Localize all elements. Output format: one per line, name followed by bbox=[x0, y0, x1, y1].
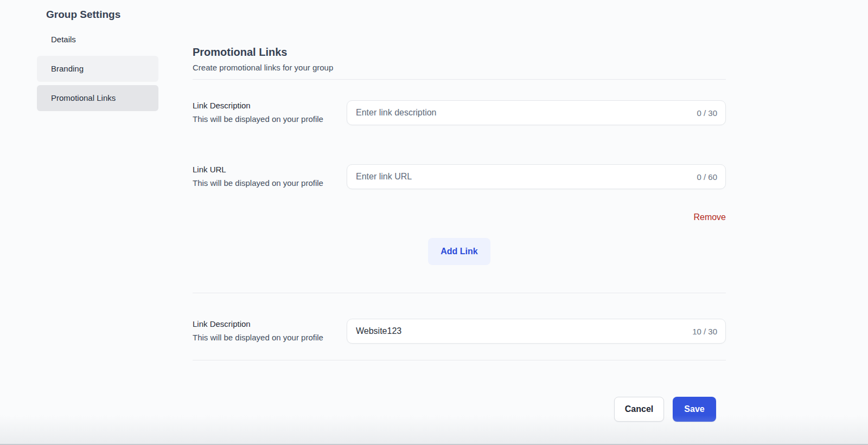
link-description-row: Link Description This will be displayed … bbox=[193, 100, 726, 125]
form-actions: Cancel Save bbox=[193, 397, 726, 422]
cancel-button[interactable]: Cancel bbox=[614, 397, 664, 422]
sidebar-nav: Details Branding Promotional Links bbox=[37, 27, 158, 111]
mid-divider bbox=[193, 293, 726, 293]
sidebar-title: Group Settings bbox=[37, 8, 158, 21]
link-description-2-help: This will be displayed on your profile bbox=[193, 333, 347, 342]
add-link-button[interactable]: Add Link bbox=[428, 238, 490, 265]
section-heading: Promotional Links bbox=[193, 46, 726, 58]
link-url-row: Link URL This will be displayed on your … bbox=[193, 164, 726, 189]
link-description-input[interactable] bbox=[347, 100, 726, 125]
section-subheading: Create promotional links for your group bbox=[193, 63, 726, 72]
link-description-help: This will be displayed on your profile bbox=[193, 114, 347, 124]
header-divider bbox=[193, 79, 726, 80]
link-url-input-wrap: 0 / 60 bbox=[347, 164, 726, 189]
link-description-2-input-wrap: 10 / 30 bbox=[347, 319, 726, 344]
link-description-2-row: Link Description This will be displayed … bbox=[193, 319, 726, 344]
link-url-label-group: Link URL This will be displayed on your … bbox=[193, 164, 347, 188]
link-url-input[interactable] bbox=[347, 164, 726, 189]
remove-row: Remove bbox=[193, 212, 726, 222]
remove-link-button[interactable]: Remove bbox=[693, 212, 726, 222]
sidebar: Group Settings Details Branding Promotio… bbox=[37, 8, 158, 114]
main-content: Promotional Links Create promotional lin… bbox=[193, 46, 726, 422]
link-description-2-label: Link Description bbox=[193, 319, 347, 328]
link-url-help: This will be displayed on your profile bbox=[193, 178, 347, 188]
bottom-divider bbox=[193, 360, 726, 360]
link-description-2-input[interactable] bbox=[347, 319, 726, 344]
link-description-input-wrap: 0 / 30 bbox=[347, 100, 726, 125]
add-link-row: Add Link bbox=[193, 238, 726, 265]
link-description-2-label-group: Link Description This will be displayed … bbox=[193, 319, 347, 342]
link-url-label: Link URL bbox=[193, 165, 347, 174]
sidebar-item-details[interactable]: Details bbox=[37, 27, 158, 53]
save-button[interactable]: Save bbox=[673, 397, 716, 422]
link-description-label: Link Description bbox=[193, 101, 347, 110]
sidebar-item-promotional-links[interactable]: Promotional Links bbox=[37, 85, 158, 111]
link-description-label-group: Link Description This will be displayed … bbox=[193, 100, 347, 124]
sidebar-item-branding[interactable]: Branding bbox=[37, 56, 158, 82]
